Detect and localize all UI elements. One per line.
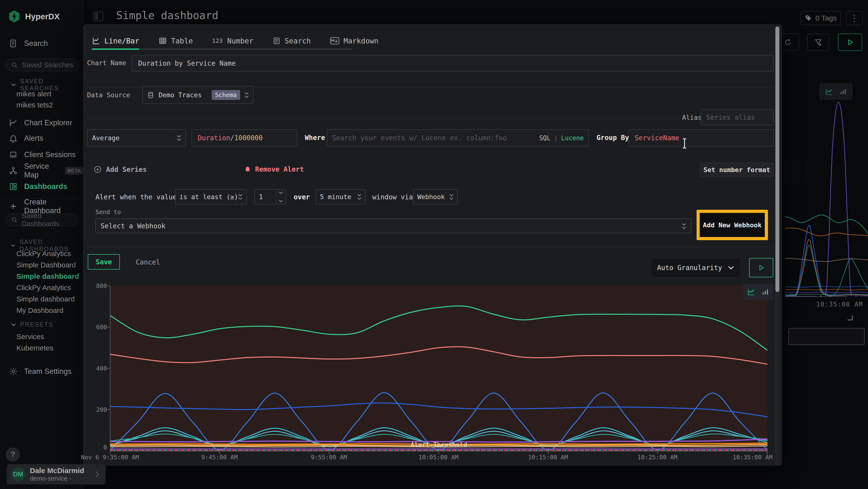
gear-icon [9, 367, 18, 376]
tab-table[interactable]: Table [159, 37, 193, 45]
preset-item[interactable]: Kubernetes [17, 344, 53, 352]
search-doc-icon [9, 39, 18, 48]
tab-number[interactable]: 123 Number [212, 37, 253, 45]
where-label: Where [305, 134, 325, 142]
tabs-underline-active [92, 49, 139, 50]
bg-input-box[interactable] [788, 328, 865, 345]
chart-type-toggle[interactable] [743, 284, 773, 300]
alert-comparator-select[interactable]: is at least (≥) [175, 189, 247, 204]
hyperdx-logo-icon [9, 10, 20, 23]
app-root: HyperDX Search Saved Searches SAVED SEAR… [0, 0, 868, 489]
search-icon [11, 61, 18, 68]
saved-dashboard-item[interactable]: ClickPy Analytics [17, 250, 71, 258]
number-123-icon: 123 [212, 38, 223, 44]
number-stepper[interactable] [276, 190, 286, 204]
saved-dashboard-item[interactable]: My Dashboard [17, 306, 63, 315]
run-chart-button[interactable] [749, 258, 773, 277]
alert-when-label: Alert when the value [95, 193, 177, 201]
sql-mode-button[interactable]: SQL [539, 135, 551, 142]
tag-icon [805, 15, 812, 22]
bell-icon [244, 166, 251, 173]
presets-header[interactable]: PRESETS [11, 321, 54, 328]
filter-button[interactable] [807, 33, 830, 51]
alert-window-select[interactable]: 5 minute [316, 189, 366, 204]
tab-line-bar[interactable]: Line/Bar [92, 37, 140, 45]
saved-dashboard-item[interactable]: Simple dashboard [17, 295, 75, 303]
sidebar-item-team-settings[interactable]: Team Settings [0, 365, 83, 378]
help-label: ? [10, 450, 15, 459]
lucene-mode-button[interactable]: Lucene [561, 135, 584, 142]
data-source-select[interactable]: Demo Traces Schema [143, 86, 253, 104]
play-icon [846, 39, 854, 46]
preset-item[interactable]: Services [17, 333, 44, 341]
saved-search-item[interactable]: mikes alert [17, 90, 51, 98]
run-query-button[interactable] [838, 33, 862, 51]
saved-search-item[interactable]: mikes tets2 [17, 101, 53, 109]
saved-searches-placeholder: Saved Searches [22, 61, 73, 69]
saved-dashboard-item-active[interactable]: Simple dashboard [17, 272, 79, 281]
tab-markdown[interactable]: Markdown [330, 37, 378, 45]
sidebar-item-label: Search [24, 39, 48, 48]
stepper-down-icon[interactable] [279, 200, 283, 202]
sidebar-item-alerts[interactable]: Alerts [0, 132, 83, 145]
resize-handle[interactable] [847, 315, 852, 320]
add-series-button[interactable]: Add Series [94, 165, 147, 174]
saved-dashboard-item[interactable]: ClickPy Analytics [17, 284, 71, 292]
sidebar-item-dashboards[interactable]: Dashboards [0, 180, 83, 193]
event-search-input[interactable]: Search your events w/ Lucene ex. column:… [327, 130, 589, 146]
over-label: over [294, 193, 310, 201]
aggregation-select[interactable]: Average [87, 130, 186, 146]
select-chevrons-icon [238, 194, 243, 200]
database-icon [147, 91, 154, 99]
chart-name-input[interactable]: Duration by Service Name [132, 55, 774, 71]
field-expression-input[interactable]: Duration/1000000 [192, 130, 297, 146]
set-number-format-button[interactable]: Set number format [700, 163, 774, 177]
add-new-webhook-button[interactable]: Add New Webhook [700, 213, 765, 237]
background-dashboard-panel: 10:35:00 AM [785, 67, 868, 357]
saved-searches-input[interactable]: Saved Searches [5, 59, 79, 71]
panel-icon [94, 13, 98, 20]
line-chart-icon [747, 288, 755, 296]
saved-dashboards-input[interactable]: Saved Dashboards [5, 213, 79, 226]
saved-dashboard-item[interactable]: Simple Dashboard [17, 261, 76, 269]
token-number: 1000000 [235, 134, 263, 142]
group-by-input[interactable]: ServiceName [628, 130, 774, 146]
cancel-button[interactable]: Cancel [136, 258, 160, 266]
help-button[interactable]: ? [6, 448, 20, 461]
sidebar-item-search[interactable]: Search [0, 37, 83, 50]
markdown-icon [330, 37, 339, 45]
webhook-select[interactable]: Select a Webhook [95, 219, 691, 233]
plus-icon [9, 202, 18, 211]
alias-input[interactable]: Series alias [701, 109, 774, 125]
tags-button[interactable]: 0 Tags [801, 11, 841, 25]
data-source-label: Data Source [87, 91, 130, 99]
modal-scrollbar-thumb[interactable] [775, 27, 779, 292]
alert-threshold-input[interactable]: 1 [254, 189, 286, 204]
collapse-sidebar-button[interactable] [93, 11, 103, 21]
remove-alert-button[interactable]: Remove Alert [244, 165, 304, 173]
create-dashboard-button[interactable]: Create Dashboard [0, 200, 83, 213]
sidebar-item-chart-explorer[interactable]: Chart Explorer [0, 116, 83, 130]
sidebar-item-service-map[interactable]: Service Map BETA [0, 164, 83, 177]
user-name: Dale McDiarmid [30, 466, 94, 475]
brand[interactable]: HyperDX [9, 10, 60, 23]
stepper-up-icon[interactable] [279, 192, 283, 194]
page-title: Simple dashboard [116, 9, 218, 22]
beta-badge: BETA [65, 167, 83, 175]
user-menu[interactable]: DM Dale McDiarmid demo-service - [7, 464, 105, 484]
chevron-down-icon [728, 266, 734, 269]
save-button[interactable]: Save [88, 254, 120, 269]
service-map-icon [9, 166, 18, 175]
select-chevrons-icon [449, 194, 454, 200]
bg-chart [785, 96, 868, 296]
x-axis-labels: Nov 6 9:35:00 AM 9:45:00 AM 9:55:00 AM 1… [110, 451, 767, 463]
schema-badge: Schema [212, 90, 240, 100]
alert-channel-select[interactable]: Webhook [413, 189, 458, 204]
tab-search[interactable]: Search [273, 37, 311, 45]
sidebar-item-client-sessions[interactable]: Client Sessions [0, 148, 83, 161]
granularity-select[interactable]: Auto Granularity [651, 258, 740, 277]
bar-chart-icon [840, 88, 847, 95]
alert-threshold-label: Alert Threshold [411, 441, 467, 449]
more-menu-button[interactable]: ⋮ [846, 11, 863, 25]
modal-scrollbar-track[interactable] [775, 26, 780, 464]
